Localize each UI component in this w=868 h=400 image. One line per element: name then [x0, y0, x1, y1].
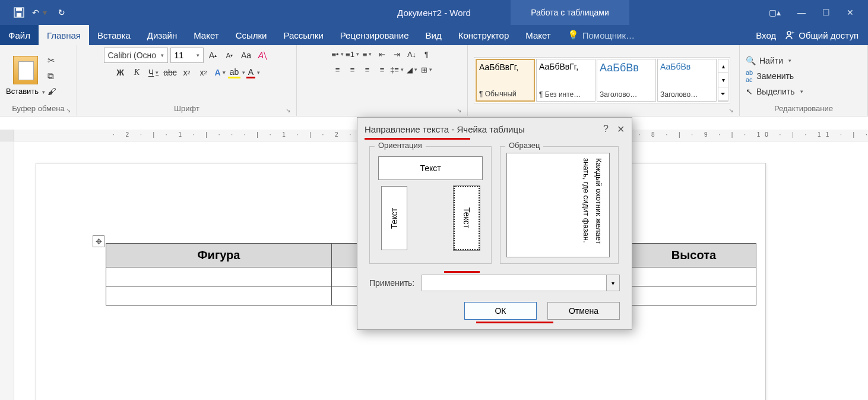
vertical-ruler[interactable]	[0, 141, 14, 400]
clear-formatting-icon[interactable]: A⧹	[256, 48, 270, 62]
tab-references[interactable]: Ссылки	[227, 25, 275, 45]
find-icon: 🔍	[746, 56, 756, 65]
share-label: Общий доступ	[799, 30, 859, 40]
bullets-icon[interactable]: ≡•▾	[331, 48, 344, 61]
group-styles: АаБбВвГг, ¶ Обычный АаБбВвГг, ¶ Без инте…	[468, 45, 740, 116]
apply-to-label: Применить:	[369, 278, 414, 288]
style-no-spacing[interactable]: АаБбВвГг, ¶ Без инте…	[536, 59, 595, 102]
group-editing-label: Редактирование	[746, 104, 861, 115]
font-launcher-icon[interactable]: ↘	[286, 107, 290, 114]
grow-font-icon[interactable]: A▴	[206, 48, 220, 62]
clipboard-launcher-icon[interactable]: ↘	[66, 107, 71, 114]
sign-in-button[interactable]: Вход	[756, 30, 776, 40]
borders-icon[interactable]: ⊞▾	[420, 63, 433, 76]
table-header-figure[interactable]: Фигура	[106, 244, 332, 267]
tab-review[interactable]: Рецензирование	[332, 25, 417, 45]
find-button[interactable]: 🔍Найти▾	[746, 56, 803, 65]
group-font: Calibri (Осно▾ 11▾ A▴ A▾ Aa A⧹ Ж К Ч▾ ab…	[77, 45, 297, 116]
font-name-combo[interactable]: Calibri (Осно▾	[104, 48, 168, 63]
align-right-icon[interactable]: ≡	[361, 63, 374, 76]
styles-more-icon[interactable]: ▴▾⏷	[718, 59, 728, 102]
tell-me[interactable]: 💡 Помощник…	[559, 25, 643, 45]
dialog-help-icon[interactable]: ?	[603, 124, 609, 135]
share-button[interactable]: + Общий доступ	[785, 30, 859, 40]
tab-mailings[interactable]: Рассылки	[275, 25, 331, 45]
shading-icon[interactable]: ◢▾	[406, 63, 419, 76]
cancel-button[interactable]: Отмена	[547, 302, 620, 320]
font-color-icon[interactable]: A▾	[246, 65, 261, 80]
orientation-horizontal[interactable]: Текст	[378, 156, 483, 180]
numbering-icon[interactable]: ≡1▾	[346, 48, 359, 61]
ok-button[interactable]: ОК	[464, 302, 537, 320]
orientation-vertical-up[interactable]: Текст	[381, 186, 407, 250]
style-normal[interactable]: АаБбВвГг, ¶ Обычный	[476, 59, 535, 102]
font-size-combo[interactable]: 11▾	[170, 48, 204, 63]
tab-layout[interactable]: Макет	[185, 25, 227, 45]
undo-icon[interactable]: ↶▾	[32, 4, 49, 21]
style-heading2[interactable]: АаБбВв Заголово…	[657, 59, 717, 102]
sort-icon[interactable]: А↓	[406, 48, 419, 61]
close-icon[interactable]: ✕	[847, 8, 854, 17]
sample-group: Образец Каждый охотник желает знать, где…	[500, 146, 619, 264]
share-icon: +	[785, 30, 795, 40]
paste-button[interactable]: Вставить ▾	[6, 56, 45, 96]
ribbon-options-icon[interactable]: ▢▴	[769, 8, 781, 17]
svg-text:+: +	[791, 30, 794, 36]
save-icon[interactable]	[11, 4, 27, 21]
text-effects-icon[interactable]: A▾	[213, 65, 227, 80]
quick-access-toolbar: ↶▾ ↻	[0, 4, 70, 21]
superscript-button[interactable]: x2	[197, 65, 211, 80]
underline-button[interactable]: Ч▾	[147, 65, 161, 80]
highlight-color-icon[interactable]: ab▾	[230, 65, 244, 80]
format-painter-icon[interactable]: 🖌	[47, 86, 56, 96]
dialog-titlebar[interactable]: Направление текста - Ячейка таблицы ? ✕	[357, 118, 632, 140]
apply-to-combo[interactable]: ▾	[422, 275, 620, 291]
style-heading1[interactable]: АаБбВв Заголово…	[597, 59, 656, 102]
multilevel-icon[interactable]: ≡▾	[361, 48, 374, 61]
tab-home[interactable]: Главная	[39, 25, 89, 45]
shrink-font-icon[interactable]: A▾	[223, 48, 237, 62]
paragraph-launcher-icon[interactable]: ↘	[457, 107, 461, 114]
increase-indent-icon[interactable]: ⇥	[391, 48, 404, 61]
line-spacing-icon[interactable]: ‡≡▾	[391, 63, 404, 76]
align-left-icon[interactable]: ≡	[331, 63, 344, 76]
chevron-down-icon[interactable]: ▾	[606, 275, 619, 291]
tell-me-label: Помощник…	[582, 30, 635, 40]
paste-icon	[13, 56, 38, 84]
italic-button[interactable]: К	[130, 65, 144, 80]
table-header-height[interactable]: Высота	[632, 244, 756, 267]
ribbon: Вставить ▾ ✂ ⧉ 🖌 Буфер обмена↘ Calibri (…	[0, 45, 868, 116]
dialog-close-icon[interactable]: ✕	[617, 124, 625, 135]
table-move-handle-icon[interactable]: ✥	[93, 235, 104, 247]
decrease-indent-icon[interactable]: ⇤	[376, 48, 389, 61]
group-clipboard: Вставить ▾ ✂ ⧉ 🖌 Буфер обмена↘	[0, 45, 77, 116]
paste-label: Вставить	[6, 87, 39, 96]
copy-icon[interactable]: ⧉	[47, 71, 56, 81]
subscript-button[interactable]: x2	[180, 65, 194, 80]
redo-icon[interactable]: ↻	[53, 4, 70, 21]
tab-file[interactable]: Файл	[0, 25, 39, 45]
select-button[interactable]: ↖Выделить▾	[746, 87, 803, 96]
table-tools-title: Работа с таблицами	[511, 0, 629, 25]
cut-icon[interactable]: ✂	[47, 55, 56, 66]
tab-insert[interactable]: Вставка	[89, 25, 139, 45]
replace-button[interactable]: abacЗаменить	[746, 69, 803, 83]
select-icon: ↖	[746, 87, 753, 96]
align-center-icon[interactable]: ≡	[346, 63, 359, 76]
strikethrough-button[interactable]: abc	[163, 65, 178, 80]
tab-view[interactable]: Вид	[417, 25, 450, 45]
minimize-icon[interactable]: —	[797, 8, 806, 17]
group-paragraph: ≡•▾ ≡1▾ ≡▾ ⇤ ⇥ А↓ ¶ ≡ ≡ ≡ ≡ ‡≡▾ ◢▾ ⊞▾ ↘	[297, 45, 468, 116]
orientation-label: Ориентация	[375, 141, 426, 150]
maximize-icon[interactable]: ☐	[822, 8, 830, 17]
bold-button[interactable]: Ж	[113, 65, 128, 80]
tab-constructor[interactable]: Конструктор	[450, 25, 518, 45]
justify-icon[interactable]: ≡	[376, 63, 389, 76]
styles-gallery[interactable]: АаБбВвГг, ¶ Обычный АаБбВвГг, ¶ Без инте…	[474, 57, 730, 103]
orientation-vertical-down[interactable]: Текст	[454, 186, 480, 250]
change-case-icon[interactable]: Aa	[239, 48, 254, 62]
styles-launcher-icon[interactable]: ↘	[728, 107, 733, 114]
show-marks-icon[interactable]: ¶	[420, 48, 433, 61]
tab-design[interactable]: Дизайн	[139, 25, 185, 45]
tab-layout2[interactable]: Макет	[517, 25, 559, 45]
